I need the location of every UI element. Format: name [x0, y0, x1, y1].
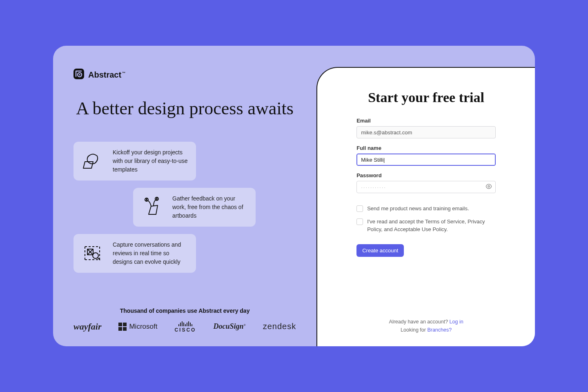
- looking-for-text: Looking for: [401, 327, 427, 333]
- companies-caption: Thousand of companies use Abstract every…: [74, 307, 296, 314]
- feature-card: Gather feedback on your work, free from …: [133, 188, 256, 227]
- signup-card: Abstract A better design process awaits …: [53, 46, 535, 346]
- svg-point-6: [93, 253, 98, 258]
- wayfair-logo: wayfair: [74, 321, 101, 332]
- brand-lockup: Abstract: [74, 69, 296, 81]
- email-field-group: Email mike.s@abstract.com: [356, 118, 496, 138]
- cisco-bars-icon: [178, 321, 192, 326]
- templates-icon: [82, 150, 104, 172]
- feature-list: Kickoff your design projects with our li…: [74, 142, 296, 273]
- fullname-field-group: Full name Mike Stilli: [356, 145, 496, 166]
- marketing-panel: Abstract A better design process awaits …: [53, 46, 316, 346]
- docusign-logo: DocuSign: [213, 322, 245, 331]
- email-input[interactable]: mike.s@abstract.com: [356, 126, 496, 138]
- password-field-group: Password ···········: [356, 172, 496, 193]
- toggle-password-visibility-icon[interactable]: [486, 183, 492, 191]
- social-proof: Thousand of companies use Abstract every…: [74, 307, 296, 332]
- cisco-logo: CISCO: [174, 321, 196, 332]
- email-label: Email: [356, 118, 496, 124]
- password-input[interactable]: ···········: [356, 181, 496, 193]
- feature-card: Kickoff your design projects with our li…: [74, 142, 196, 180]
- signup-form-panel: Start your free trial Email mike.s@abstr…: [316, 67, 535, 346]
- newsletter-checkbox[interactable]: [356, 205, 363, 212]
- terms-checkbox[interactable]: [356, 218, 363, 225]
- feature-text: Kickoff your design projects with our li…: [113, 148, 188, 174]
- create-account-button[interactable]: Create account: [356, 244, 404, 257]
- login-link[interactable]: Log in: [450, 319, 463, 325]
- svg-point-7: [488, 186, 490, 187]
- zendesk-logo: zendesk: [263, 322, 296, 331]
- review-icon: [82, 243, 104, 265]
- terms-row: I've read and accept the Terms of Servic…: [356, 218, 496, 234]
- company-logos: wayfair Microsoft CISCO DocuSign zendesk: [74, 321, 296, 332]
- branches-link[interactable]: Branches?: [427, 327, 452, 333]
- microsoft-logo: Microsoft: [118, 323, 157, 331]
- abstract-logo-icon: [74, 69, 84, 81]
- have-account-text: Already have an account?: [389, 319, 450, 325]
- newsletter-label: Send me product news and training emails…: [367, 205, 469, 213]
- headline: A better design process awaits: [74, 97, 296, 120]
- fullname-value: Mike Stilli: [361, 157, 385, 163]
- terms-label: I've read and accept the Terms of Servic…: [367, 218, 496, 234]
- cisco-text: CISCO: [174, 327, 196, 332]
- newsletter-row: Send me product news and training emails…: [356, 205, 496, 213]
- svg-point-2: [79, 74, 80, 76]
- feature-text: Capture conversations and reviews in rea…: [113, 241, 188, 266]
- feature-text: Gather feedback on your work, free from …: [172, 194, 247, 220]
- feature-card: Capture conversations and reviews in rea…: [74, 234, 196, 273]
- password-mask: ···········: [361, 184, 386, 190]
- feedback-icon: [141, 196, 163, 218]
- fullname-input[interactable]: Mike Stilli: [356, 154, 496, 166]
- form-footer: Already have an account? Log in Looking …: [356, 318, 496, 334]
- microsoft-grid-icon: [118, 323, 127, 331]
- form-title: Start your free trial: [356, 90, 496, 105]
- brand-name: Abstract: [88, 70, 125, 80]
- fullname-label: Full name: [356, 145, 496, 151]
- email-value: mike.s@abstract.com: [361, 129, 412, 136]
- svg-rect-0: [74, 69, 84, 79]
- password-label: Password: [356, 172, 496, 178]
- microsoft-text: Microsoft: [129, 323, 157, 331]
